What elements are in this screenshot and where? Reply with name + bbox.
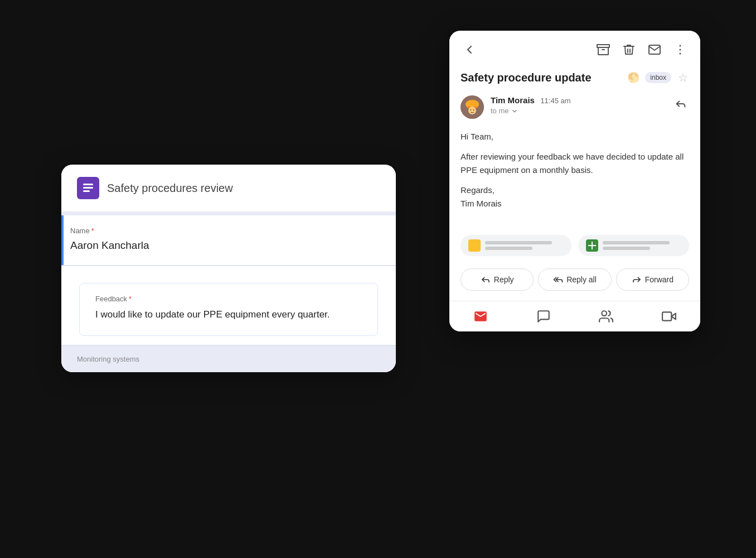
name-label: Name* xyxy=(70,227,380,235)
reply-all-button[interactable]: Reply all xyxy=(538,268,611,291)
gmail-card: Safety procedure update 🌕 inbox ☆ Tim Mo… xyxy=(449,31,700,331)
back-button[interactable] xyxy=(461,41,478,59)
feedback-value: I would like to update our PPE equipment… xyxy=(95,307,362,322)
forms-header: Safety procedures review xyxy=(61,165,396,212)
reply-all-btn-label: Reply all xyxy=(566,275,597,284)
nav-mail[interactable] xyxy=(449,301,512,331)
svg-point-13 xyxy=(471,109,472,110)
feedback-wrapper: Feedback* I would like to update our PPE… xyxy=(61,266,396,336)
topbar-right xyxy=(594,41,689,59)
gmail-topbar xyxy=(449,31,700,66)
action-buttons: Reply Reply all Forward xyxy=(449,263,700,301)
inline-reply-button[interactable] xyxy=(672,95,689,116)
feedback-label: Feedback* xyxy=(95,295,362,303)
svg-point-17 xyxy=(602,311,607,316)
name-field[interactable]: Name* Aaron Kancharla xyxy=(61,215,396,265)
email-closing: Regards, Tim Morais xyxy=(461,184,689,210)
svg-point-14 xyxy=(473,109,474,110)
reply-action-icon xyxy=(481,275,491,285)
email-body-paragraph: After reviewing your feedback we have de… xyxy=(461,150,689,177)
email-body: Hi Team, After reviewing your feedback w… xyxy=(449,128,700,228)
star-button[interactable]: ☆ xyxy=(677,70,689,85)
svg-rect-4 xyxy=(597,45,609,47)
smart-reply-chip-2[interactable] xyxy=(578,235,689,256)
reply-icon xyxy=(675,98,687,110)
nav-spaces[interactable] xyxy=(575,301,638,331)
name-value: Aaron Kancharla xyxy=(70,239,380,252)
sender-info: Tim Morais 11:45 am to me xyxy=(491,95,666,115)
subject-emoji: 🌕 xyxy=(627,71,639,84)
sender-name: Tim Morais xyxy=(491,95,535,105)
email-subject: Safety procedure update xyxy=(461,71,622,84)
chat-nav-icon xyxy=(536,309,551,324)
svg-rect-16 xyxy=(588,245,596,246)
spaces-nav-icon xyxy=(599,309,613,324)
svg-rect-1 xyxy=(83,184,93,185)
subject-row: Safety procedure update 🌕 inbox ☆ xyxy=(449,66,700,91)
sender-time: 11:45 am xyxy=(540,97,570,105)
mark-unread-button[interactable] xyxy=(646,41,663,59)
forward-button[interactable]: Forward xyxy=(616,268,689,291)
plus-icon xyxy=(586,239,598,252)
sender-row: Tim Morais 11:45 am to me xyxy=(449,91,700,128)
svg-marker-18 xyxy=(671,314,676,320)
topbar-left xyxy=(461,41,478,59)
next-field-label: Monitoring systems xyxy=(77,355,380,363)
avatar-image xyxy=(461,95,484,119)
forms-card: Safety procedures review Name* Aaron Kan… xyxy=(61,165,396,372)
meet-nav-icon xyxy=(662,309,676,324)
nav-meet[interactable] xyxy=(638,301,701,331)
svg-point-6 xyxy=(680,45,681,47)
inbox-badge[interactable]: inbox xyxy=(645,72,671,83)
smart-reply-chip-1[interactable] xyxy=(461,235,571,256)
smart-chip-icon-1 xyxy=(468,239,481,252)
svg-point-8 xyxy=(680,53,681,55)
svg-rect-2 xyxy=(83,187,93,189)
chevron-down-icon xyxy=(511,107,518,115)
archive-button[interactable] xyxy=(594,41,612,59)
forms-title: Safety procedures review xyxy=(107,182,233,195)
smart-chip-icon-2 xyxy=(586,239,598,252)
reply-all-icon xyxy=(553,275,563,285)
feedback-field[interactable]: Feedback* I would like to update our PPE… xyxy=(79,283,378,336)
chip-lines-1 xyxy=(485,241,564,250)
next-field: Monitoring systems xyxy=(61,346,396,372)
svg-point-7 xyxy=(680,49,681,51)
delete-button[interactable] xyxy=(620,41,638,59)
nav-chat[interactable] xyxy=(512,301,575,331)
reply-btn-label: Reply xyxy=(494,275,514,284)
chip-lines-2 xyxy=(603,241,681,250)
svg-rect-19 xyxy=(662,312,671,320)
forward-btn-label: Forward xyxy=(645,275,673,284)
forward-icon xyxy=(632,275,642,285)
svg-point-12 xyxy=(468,107,476,114)
sender-avatar xyxy=(461,95,484,119)
smart-replies xyxy=(449,228,700,263)
svg-rect-3 xyxy=(83,190,90,192)
more-options-button[interactable] xyxy=(671,41,689,59)
sender-to-row[interactable]: to me xyxy=(491,107,666,115)
sender-name-row: Tim Morais 11:45 am xyxy=(491,95,666,105)
email-greeting: Hi Team, xyxy=(461,130,689,143)
mail-nav-icon xyxy=(473,309,488,324)
bottom-nav xyxy=(449,301,700,331)
forms-icon xyxy=(77,177,99,199)
reply-button[interactable]: Reply xyxy=(461,268,534,291)
